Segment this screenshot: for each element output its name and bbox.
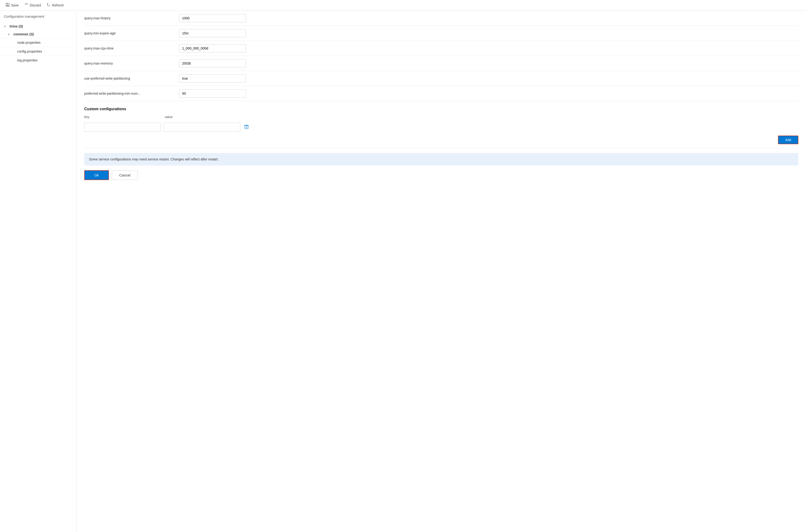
custom-value-input[interactable] bbox=[164, 123, 240, 132]
chevron-down-icon-common: ∨ bbox=[8, 33, 12, 36]
add-row: Add bbox=[84, 136, 798, 148]
discard-button[interactable]: Discard bbox=[22, 2, 43, 8]
config-key: preferred-write-partitioning-min-num... bbox=[84, 92, 175, 95]
config-value-input[interactable] bbox=[179, 59, 246, 68]
discard-label: Discard bbox=[30, 3, 41, 7]
config-value bbox=[179, 14, 798, 22]
config-value bbox=[179, 29, 798, 37]
svg-rect-2 bbox=[6, 5, 9, 6]
custom-header: key value bbox=[84, 115, 798, 121]
file-node-node-properties[interactable]: node.properties bbox=[0, 38, 76, 47]
footer-buttons: Ok Cancel bbox=[84, 170, 798, 180]
config-row: query.min-expire-age bbox=[84, 26, 798, 41]
tree-node-common-label: common (3) bbox=[13, 32, 34, 36]
svg-rect-3 bbox=[245, 126, 248, 129]
custom-key-input[interactable] bbox=[84, 123, 161, 132]
ok-button[interactable]: Ok bbox=[84, 170, 109, 180]
config-value-input[interactable] bbox=[179, 29, 246, 37]
discard-icon bbox=[24, 3, 28, 8]
tree-node-common[interactable]: ∨ common (3) bbox=[0, 30, 76, 38]
config-key: query.max-cpu-time bbox=[84, 46, 175, 50]
config-key: query.min-expire-age bbox=[84, 31, 175, 35]
config-rows-container: query.max-historyquery.min-expire-ageque… bbox=[84, 11, 798, 101]
file-node-config-properties[interactable]: config.properties bbox=[0, 47, 76, 56]
config-value-input[interactable] bbox=[179, 14, 246, 22]
cancel-button[interactable]: Cancel bbox=[112, 170, 138, 180]
delete-custom-row-button[interactable] bbox=[243, 124, 250, 131]
config-key: query.max-memory bbox=[84, 61, 175, 65]
custom-key-header: key bbox=[84, 115, 161, 119]
config-value-input[interactable] bbox=[179, 44, 246, 52]
tree-node-trino[interactable]: ∨ trino (3) bbox=[0, 22, 76, 30]
main-layout: Configuration management ∨ trino (3) ∨ c… bbox=[0, 11, 806, 532]
config-row: query.max-memory bbox=[84, 56, 798, 71]
toolbar: Save Discard Refresh bbox=[0, 0, 806, 11]
custom-value-header: value bbox=[165, 115, 798, 119]
config-value bbox=[179, 90, 798, 98]
config-row: query.max-cpu-time bbox=[84, 41, 798, 56]
config-value-input[interactable] bbox=[179, 90, 246, 98]
info-banner: Some service configurations may need ser… bbox=[84, 153, 798, 166]
tree-node-trino-label: trino (3) bbox=[10, 24, 23, 28]
config-row: use-preferred-write-partitioning bbox=[84, 71, 798, 86]
svg-rect-1 bbox=[7, 3, 8, 4]
info-banner-text: Some service configurations may need ser… bbox=[89, 157, 219, 161]
sidebar-title: Configuration management bbox=[0, 15, 76, 22]
refresh-label: Refresh bbox=[52, 3, 63, 7]
config-key: use-preferred-write-partitioning bbox=[84, 77, 175, 80]
file-node-log-properties[interactable]: log.properties bbox=[0, 56, 76, 64]
refresh-icon bbox=[47, 3, 51, 8]
custom-section-title: Custom configurations bbox=[84, 107, 798, 111]
content-panel: query.max-historyquery.min-expire-ageque… bbox=[77, 11, 806, 532]
config-value bbox=[179, 59, 798, 68]
save-label: Save bbox=[11, 3, 19, 7]
save-icon bbox=[6, 3, 10, 8]
config-value-input[interactable] bbox=[179, 74, 246, 82]
sidebar: Configuration management ∨ trino (3) ∨ c… bbox=[0, 11, 77, 532]
custom-input-row bbox=[84, 123, 798, 132]
save-button[interactable]: Save bbox=[4, 2, 21, 8]
refresh-button[interactable]: Refresh bbox=[45, 2, 66, 8]
config-key: query.max-history bbox=[84, 16, 175, 20]
add-button[interactable]: Add bbox=[778, 136, 798, 144]
config-value bbox=[179, 74, 798, 82]
config-value bbox=[179, 44, 798, 52]
config-row: preferred-write-partitioning-min-num... bbox=[84, 86, 798, 101]
config-row: query.max-history bbox=[84, 11, 798, 26]
chevron-down-icon: ∨ bbox=[4, 25, 8, 28]
